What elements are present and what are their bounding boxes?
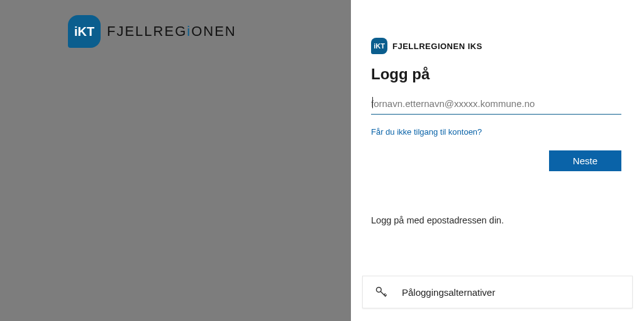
next-button[interactable]: Neste xyxy=(549,150,621,171)
org-row: iKT FJELLREGIONEN IKS xyxy=(371,38,621,54)
brand-logo: iKT FJELLREGiONEN xyxy=(68,15,236,48)
signin-options-label: Påloggingsalternativer xyxy=(402,287,495,298)
signin-options-button[interactable]: Påloggingsalternativer xyxy=(362,276,633,308)
email-field-wrapper xyxy=(371,94,621,115)
ikt-badge-text: iKT xyxy=(74,25,94,39)
login-hint: Logg på med epostadressen din. xyxy=(371,215,621,225)
brand-name: FJELLREGiONEN xyxy=(107,23,236,40)
svg-point-0 xyxy=(376,287,381,292)
svg-line-3 xyxy=(385,295,386,296)
svg-line-2 xyxy=(384,293,386,295)
org-badge-icon: iKT xyxy=(371,38,387,54)
key-icon xyxy=(374,285,388,299)
login-panel: iKT FJELLREGIONEN IKS Logg på Får du ikk… xyxy=(351,0,644,321)
org-name: FJELLREGIONEN IKS xyxy=(392,42,482,51)
email-field[interactable] xyxy=(371,94,621,115)
text-cursor xyxy=(372,97,373,108)
ikt-badge-icon: iKT xyxy=(68,15,101,48)
cant-access-link[interactable]: Får du ikke tilgang til kontoen? xyxy=(371,127,621,137)
org-badge-text: iKT xyxy=(374,42,385,50)
login-heading: Logg på xyxy=(371,65,621,83)
branding-panel: iKT FJELLREGiONEN xyxy=(0,0,351,321)
button-row: Neste xyxy=(371,150,621,171)
